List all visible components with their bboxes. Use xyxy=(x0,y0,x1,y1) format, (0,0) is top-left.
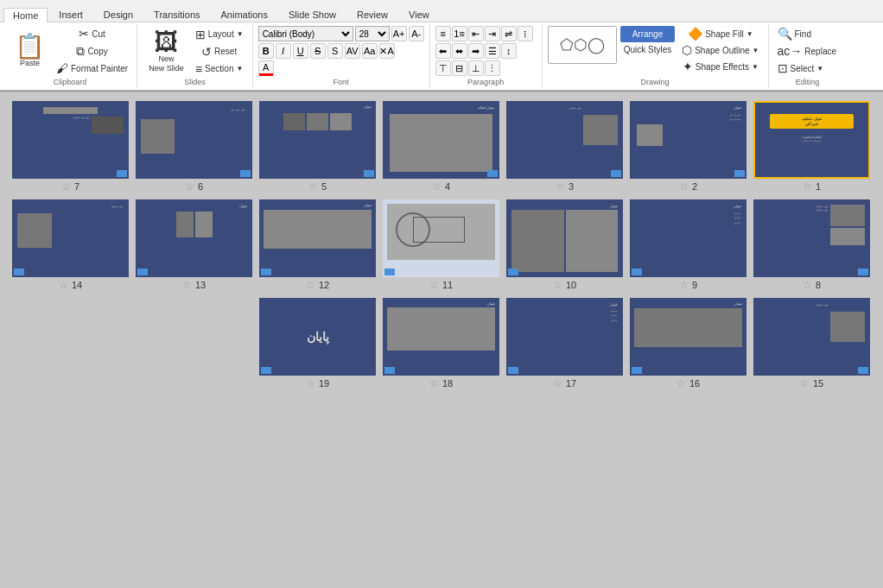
star-9[interactable]: ☆ xyxy=(679,279,689,291)
quick-styles-button[interactable]: Quick Styles xyxy=(620,43,676,56)
shape-fill-button[interactable]: 🔶 Shape Fill ▼ xyxy=(678,26,762,41)
slide-thumb-container-13[interactable]: عنوان ☆ 13 xyxy=(136,199,252,291)
star-3[interactable]: ☆ xyxy=(556,180,565,193)
text-direction-button[interactable]: ⇌ xyxy=(501,26,517,41)
slide-thumb-13[interactable]: عنوان xyxy=(136,199,252,277)
slide-thumb-11[interactable] xyxy=(383,199,499,277)
slide-thumb-container-19[interactable]: پایان ☆ 19 xyxy=(259,298,376,389)
replace-button[interactable]: ac→ Replace xyxy=(774,43,841,59)
tab-design[interactable]: Design xyxy=(94,7,143,22)
line-spacing-button[interactable]: ↕ xyxy=(501,43,517,59)
slide-thumb-4[interactable]: عنوان اسلاید xyxy=(383,101,499,179)
slide-thumb-container-7[interactable]: نص متن محتوا ☆ 7 xyxy=(12,101,129,193)
font-size-select[interactable]: 28 xyxy=(355,26,390,41)
slide-thumb-14[interactable]: متن محتوا xyxy=(12,199,129,277)
increase-font-button[interactable]: A+ xyxy=(391,26,407,41)
slide-thumb-16[interactable]: عنوان xyxy=(630,298,746,376)
find-button[interactable]: 🔍 Find xyxy=(774,26,815,41)
char-spacing-button[interactable]: AV xyxy=(345,43,360,59)
tab-view[interactable]: View xyxy=(399,7,439,22)
justify-button[interactable]: ☰ xyxy=(485,43,500,59)
slide-thumb-container-2[interactable]: عنوان محتوا متنمحتوا متن ☆ 2 xyxy=(630,101,746,193)
tab-insert[interactable]: Insert xyxy=(49,7,92,22)
slide-thumb-container-6[interactable]: متن متن متن ☆ 6 xyxy=(136,101,252,193)
star-19[interactable]: ☆ xyxy=(306,377,315,389)
paste-button[interactable]: 📋 Paste xyxy=(9,30,51,73)
align-bottom-button[interactable]: ⊥ xyxy=(468,60,484,76)
slide-thumb-container-11[interactable]: ☆ 11 xyxy=(383,199,499,291)
change-case-button[interactable]: Aa xyxy=(362,43,378,59)
reset-button[interactable]: ↺ Reset xyxy=(192,44,247,60)
smartart-button[interactable]: ⋮ xyxy=(485,60,500,76)
arrange-button[interactable]: Arrange xyxy=(620,26,676,42)
star-10[interactable]: ☆ xyxy=(553,279,562,291)
star-12[interactable]: ☆ xyxy=(306,279,315,291)
slide-thumb-container-16[interactable]: عنوان ☆ 16 xyxy=(630,298,746,389)
shape-outline-button[interactable]: ⬡ Shape Outline ▼ xyxy=(678,42,762,58)
slide-thumb-9[interactable]: عنوان محتوامحتوامحتوا xyxy=(630,199,746,277)
section-button[interactable]: ≡ Section ▼ xyxy=(192,61,247,77)
copy-button[interactable]: ⧉ Copy xyxy=(53,43,131,59)
slide-thumb-17[interactable]: عنوان محتوامحتوامحتوا xyxy=(506,298,623,376)
bold-button[interactable]: B xyxy=(258,43,274,59)
slide-thumb-container-12[interactable]: عنوان ☆ 12 xyxy=(259,199,376,291)
decrease-font-button[interactable]: A- xyxy=(409,26,424,41)
numbered-list-button[interactable]: 1≡ xyxy=(452,26,467,41)
slide-thumb-3[interactable]: متن محتوا xyxy=(506,101,623,179)
cut-button[interactable]: ✂ Cut xyxy=(53,26,131,41)
slide-thumb-container-17[interactable]: عنوان محتوامحتوامحتوا ☆ 17 xyxy=(506,298,623,389)
star-11[interactable]: ☆ xyxy=(429,279,439,291)
star-13[interactable]: ☆ xyxy=(182,279,192,291)
slide-thumb-5[interactable]: عنوان xyxy=(259,101,376,179)
slide-thumb-container-8[interactable]: متن محتوامتن محتوا ☆ 8 xyxy=(753,199,870,291)
star-18[interactable]: ☆ xyxy=(429,377,439,389)
align-top-button[interactable]: ⊤ xyxy=(435,60,451,76)
italic-button[interactable]: I xyxy=(276,43,291,59)
star-2[interactable]: ☆ xyxy=(679,180,689,193)
slide-thumb-8[interactable]: متن محتوامتن محتوا xyxy=(753,199,870,277)
star-17[interactable]: ☆ xyxy=(553,377,562,389)
slide-thumb-6[interactable]: متن متن متن xyxy=(136,101,252,179)
underline-button[interactable]: U xyxy=(293,43,308,59)
tab-transitions[interactable]: Transitions xyxy=(144,7,209,22)
slide-thumb-2[interactable]: عنوان محتوا متنمحتوا متن xyxy=(630,101,746,179)
shapes-box[interactable]: ⬠⬡◯ xyxy=(548,26,617,64)
slide-thumb-container-10[interactable]: عنوان ☆ 10 xyxy=(506,199,623,291)
slide-thumb-19[interactable]: پایان xyxy=(259,298,376,376)
star-7[interactable]: ☆ xyxy=(61,180,71,193)
slide-thumb-container-3[interactable]: متن محتوا ☆ 3 xyxy=(506,101,623,193)
slide-thumb-container-9[interactable]: عنوان محتوامحتوامحتوا ☆ 9 xyxy=(630,199,746,291)
strikethrough-button[interactable]: S xyxy=(310,43,326,59)
slide-thumb-15[interactable]: متن محتوا xyxy=(753,298,870,376)
star-5[interactable]: ☆ xyxy=(308,180,318,193)
layout-button[interactable]: ⊞ Layout ▼ xyxy=(192,27,247,42)
columns-button[interactable]: ⫶ xyxy=(518,26,533,41)
bullet-list-button[interactable]: ≡ xyxy=(435,26,451,41)
slide-thumb-1[interactable]: عنوان تشکیف خرد کن اسلاید اینجاست نام و … xyxy=(753,101,870,179)
new-slide-button[interactable]: 🖼 NewNew Slide xyxy=(143,26,190,78)
font-name-select[interactable]: Calibri (Body) xyxy=(258,26,353,41)
slide-thumb-container-15[interactable]: متن محتوا ☆ 15 xyxy=(753,298,870,389)
tab-home[interactable]: Home xyxy=(3,8,48,22)
slide-thumb-container-1[interactable]: عنوان تشکیف خرد کن اسلاید اینجاست نام و … xyxy=(753,101,870,193)
slide-thumb-12[interactable]: عنوان xyxy=(259,199,376,277)
align-right-button[interactable]: ➡ xyxy=(468,43,484,59)
align-left-button[interactable]: ⬅ xyxy=(435,43,451,59)
slide-thumb-container-18[interactable]: عنوان ☆ 18 xyxy=(383,298,499,389)
increase-indent-button[interactable]: ⇥ xyxy=(485,26,500,41)
slide-thumb-18[interactable]: عنوان xyxy=(383,298,499,376)
shadow-button[interactable]: S xyxy=(327,43,343,59)
clear-formatting-button[interactable]: ✕A xyxy=(379,43,395,59)
star-8[interactable]: ☆ xyxy=(803,279,812,291)
tab-review[interactable]: Review xyxy=(347,7,397,22)
decrease-indent-button[interactable]: ⇤ xyxy=(468,26,484,41)
slide-thumb-10[interactable]: عنوان xyxy=(506,199,623,277)
tab-slideshow[interactable]: Slide Show xyxy=(279,7,346,22)
shape-effects-button[interactable]: ✦ Shape Effects ▼ xyxy=(678,59,762,74)
slide-thumb-container-5[interactable]: عنوان ☆ 5 xyxy=(259,101,376,193)
star-4[interactable]: ☆ xyxy=(432,180,442,193)
star-6[interactable]: ☆ xyxy=(185,180,194,193)
align-center-button[interactable]: ⬌ xyxy=(452,43,467,59)
select-button[interactable]: ⊡ Select ▼ xyxy=(774,60,828,76)
slide-thumb-container-4[interactable]: عنوان اسلاید ☆ 4 xyxy=(383,101,499,193)
